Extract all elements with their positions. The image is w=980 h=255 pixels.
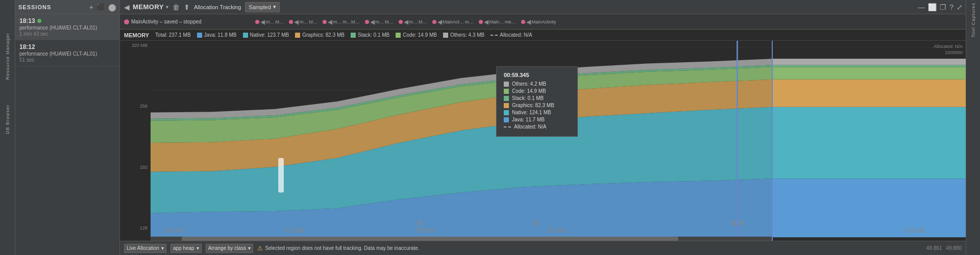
memory-section-label: MEMORY	[124, 32, 149, 38]
export-button[interactable]: ⬆	[184, 3, 190, 11]
tooltip-graphics-label: Graphics: 82.3 MB	[512, 103, 554, 108]
activity-label: MainActivity – saved – stopped	[131, 19, 202, 24]
code-swatch	[396, 33, 401, 38]
event-item-7: ◀ MainActivity	[521, 18, 556, 26]
stat-allocated: Allocated: N/A	[491, 32, 532, 38]
event-items: ◀ m… M… ◀ m… M… ◀ m… m…M… ◀ m… M…	[255, 18, 966, 26]
record-session-button[interactable]: ⬤	[108, 4, 116, 11]
chart-svg-area[interactable]: 40.000 45.000 50.000 55.000 🗑 🗑 🗑🗑 00:59…	[151, 41, 772, 241]
session-active-dot-0	[37, 19, 41, 23]
event-dot-6	[479, 20, 483, 24]
tooltip-swatch-graphics	[504, 103, 509, 108]
stat-java: Java: 11.8 MB	[197, 32, 237, 38]
allocation-tracking-label: Allocation Tracking	[194, 4, 241, 10]
profiler-header-left: MainActivity – saved – stopped	[120, 19, 255, 24]
right-chart-panel: 01:05.000 Allocated: N/A 1000000	[772, 41, 966, 241]
sidebar-item-resource-manager[interactable]: Resource Manager	[5, 31, 10, 82]
profiler-title: MEMORY	[133, 3, 164, 11]
right-tab-tool-captures[interactable]: Tool Captures	[971, 0, 976, 40]
svg-text:🗑: 🗑	[416, 219, 424, 227]
y-label-256: 256	[122, 104, 148, 109]
event-dot-5	[432, 20, 436, 24]
stop-session-button[interactable]: ⬛	[96, 4, 105, 11]
maximize-button[interactable]: ⬜	[928, 3, 937, 11]
y-label-320: 320 MB	[122, 43, 148, 48]
allocation-dropdown[interactable]: Live Allocation ▾	[124, 244, 166, 253]
x-scrollbar[interactable]	[151, 237, 772, 241]
tooltip-swatch-stack	[504, 96, 509, 101]
svg-rect-26	[773, 67, 966, 79]
event-dot-main	[124, 19, 129, 24]
session-item-1[interactable]: 18:12 performance (HUAWEI CLT-AL01) 51 s…	[15, 40, 119, 66]
event-dot-2	[323, 20, 327, 24]
sampled-dropdown[interactable]: Sampled ▾	[245, 2, 279, 12]
y-axis: 320 MB 256 192 128	[120, 41, 151, 241]
tooltip-native-label: Native: 124.1 MB	[512, 110, 551, 115]
svg-rect-18	[278, 158, 284, 193]
event-dot-4	[399, 20, 403, 24]
svg-text:🗑🗑: 🗑🗑	[730, 219, 745, 227]
svg-text:55.000: 55.000	[548, 227, 567, 234]
session-item-0[interactable]: 18:13 performance (HUAWEI CLT-AL01) 1 mi…	[15, 14, 119, 40]
bottom-value-left: 49.861	[926, 245, 942, 251]
bottom-warning: ⚠ Selected region does not have full tra…	[257, 245, 419, 252]
session-name-0: performance (HUAWEI CLT-AL01)	[19, 25, 115, 31]
minimize-button[interactable]: —	[918, 3, 925, 11]
svg-text:🗑: 🗑	[533, 219, 541, 227]
session-name-1: performance (HUAWEI CLT-AL01)	[19, 51, 115, 57]
right-panel-allocated-label: Allocated: N/A	[934, 44, 963, 49]
x-scrollbar-thumb[interactable]	[182, 237, 679, 241]
chart-body[interactable]: 320 MB 256 192 128	[120, 41, 966, 241]
stat-graphics-text: Graphics: 82.3 MB	[302, 32, 345, 38]
right-tabs: Tool Captures	[966, 0, 980, 255]
svg-rect-28	[773, 59, 966, 65]
others-swatch	[443, 33, 448, 38]
session-time-1: 18:12	[19, 43, 35, 50]
event-item-4: ◀ m… M…	[399, 18, 427, 26]
stat-allocated-text: Allocated: N/A	[500, 32, 532, 38]
svg-text:40.000: 40.000	[164, 227, 183, 234]
stat-total: Total: 237.1 MB	[155, 32, 190, 38]
allocated-dashed-icon	[491, 35, 498, 36]
sessions-panel: SESSIONS + ⬛ ⬤ 18:13 performance (HUAWEI…	[15, 0, 120, 255]
event-item-0: ◀ m… M…	[255, 18, 284, 26]
event-dot-7	[521, 20, 525, 24]
sessions-header: SESSIONS + ⬛ ⬤	[15, 0, 119, 14]
tooltip-swatch-code	[504, 89, 509, 94]
event-dot-3	[365, 20, 369, 24]
allocation-label: Live Allocation	[127, 245, 159, 251]
stat-others: Others: 4.3 MB	[443, 32, 484, 38]
stack-swatch	[351, 33, 356, 38]
tooltip-swatch-others	[504, 82, 509, 87]
back-button[interactable]: ◀	[123, 3, 131, 11]
help-button[interactable]: ?	[949, 3, 953, 11]
restore-button[interactable]: ❐	[940, 3, 946, 11]
delete-button[interactable]: 🗑	[173, 3, 180, 11]
title-dropdown-arrow[interactable]: ▾	[166, 4, 168, 10]
chart-container: MEMORY Total: 237.1 MB Java: 11.8 MB Nat…	[120, 30, 966, 241]
tooltip-row-java: Java: 11.7 MB	[504, 117, 570, 122]
native-swatch	[243, 33, 248, 38]
add-session-button[interactable]: +	[89, 4, 93, 11]
event-item-1: ◀ m… M…	[289, 18, 317, 26]
stat-code: Code: 14.9 MB	[396, 32, 437, 38]
sidebar-item-db-browser[interactable]: DB Browser	[5, 103, 10, 136]
y-label-128: 128	[122, 225, 148, 231]
tooltip-code-label: Code: 14.9 MB	[512, 88, 546, 94]
expand-button[interactable]: ⤢	[957, 3, 963, 11]
tooltip-stack-label: Stack: 0.1 MB	[512, 95, 544, 101]
svg-rect-25	[773, 80, 966, 107]
graphics-swatch	[295, 33, 300, 38]
tooltip-row-stack: Stack: 0.1 MB	[504, 95, 570, 101]
left-sidebar: Resource Manager DB Browser	[0, 0, 15, 255]
stat-others-text: Others: 4.3 MB	[450, 32, 484, 38]
warning-icon: ⚠	[257, 245, 263, 252]
top-bar: ◀ MEMORY ▾ 🗑 ⬆ Allocation Tracking Sampl…	[120, 0, 966, 14]
svg-text:01:05.000: 01:05.000	[905, 226, 925, 234]
arrange-dropdown[interactable]: Arrange by class ▾	[206, 244, 253, 253]
app-heap-label: app heap	[173, 245, 194, 251]
tooltip-dashed-allocated	[504, 126, 511, 128]
svg-text:50.000: 50.000	[416, 227, 435, 234]
app-heap-dropdown[interactable]: app heap ▾	[170, 244, 202, 253]
svg-rect-27	[773, 65, 966, 67]
